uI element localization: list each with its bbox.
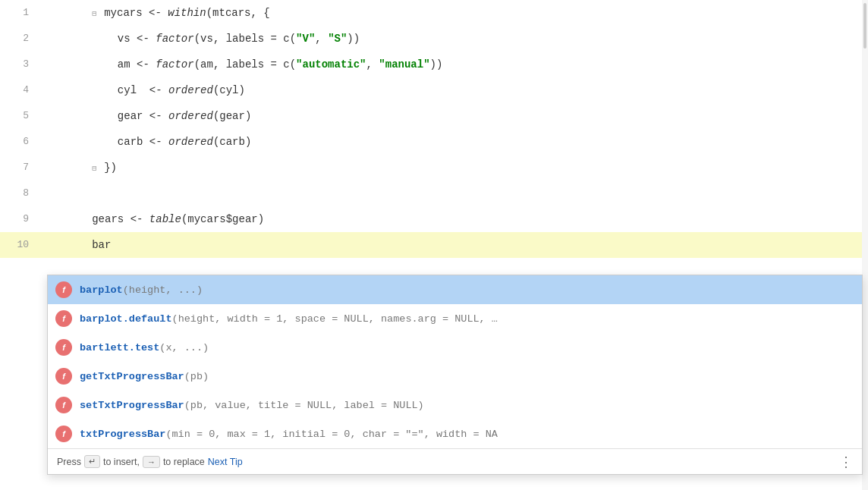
ac-item-text: getTxtProgressBar(pb) bbox=[80, 371, 209, 382]
press-label: Press bbox=[57, 457, 81, 467]
ac-function-name: txtProgressBar bbox=[80, 429, 165, 440]
code-editor[interactable]: 1 ⊟mycars <- within(mtcars, { 2 vs <- fa… bbox=[0, 0, 868, 490]
ac-args: (pb, value, title = NULL, label = NULL) bbox=[184, 400, 424, 411]
ac-function-name: plot.default bbox=[98, 313, 171, 325]
more-options[interactable]: ⋮ bbox=[839, 454, 853, 470]
ac-item-text: barplot(height, ...) bbox=[80, 284, 203, 296]
line-number: 1 bbox=[0, 0, 38, 26]
function-icon: f bbox=[55, 426, 72, 442]
insert-key: ↵ bbox=[84, 455, 100, 468]
next-tip-button[interactable]: Next Tip bbox=[208, 457, 243, 467]
ac-args: (min = 0, max = 1, initial = 0, char = "… bbox=[165, 429, 497, 440]
ac-match: bar bbox=[80, 342, 98, 353]
function-icon: f bbox=[55, 339, 72, 356]
more-icon[interactable]: ⋮ bbox=[839, 454, 853, 470]
line-number: 4 bbox=[0, 77, 38, 103]
line-number: 5 bbox=[0, 103, 38, 129]
ac-item-text: barplot.default(height, width = 1, space… bbox=[80, 313, 498, 325]
autocomplete-item-4[interactable]: f getTxtProgressBar(pb) bbox=[48, 362, 862, 391]
ac-item-text: setTxtProgressBar(pb, value, title = NUL… bbox=[80, 400, 424, 411]
function-icon: f bbox=[55, 397, 72, 413]
scrollbar-thumb[interactable] bbox=[863, 3, 866, 49]
ac-match: bar bbox=[80, 284, 98, 296]
ac-function-name: getTxtProgressBar bbox=[80, 371, 184, 382]
line-number: 10 bbox=[0, 232, 38, 258]
function-icon: f bbox=[55, 310, 72, 327]
ac-args: (height, ...) bbox=[123, 284, 203, 296]
line-number: 9 bbox=[0, 206, 38, 232]
insert-text: to insert, bbox=[103, 457, 140, 467]
ac-args: (height, width = 1, space = NULL, names.… bbox=[172, 313, 498, 325]
fold-icon[interactable]: ⊟ bbox=[92, 156, 102, 167]
code-area: 1 ⊟mycars <- within(mtcars, { 2 vs <- fa… bbox=[0, 0, 868, 258]
autocomplete-item-5[interactable]: f setTxtProgressBar(pb, value, title = N… bbox=[48, 391, 862, 419]
function-icon: f bbox=[55, 281, 72, 298]
ac-function-name: plot bbox=[98, 284, 122, 296]
line-number: 8 bbox=[0, 181, 38, 206]
line-number: 7 bbox=[0, 155, 38, 181]
ac-item-text: bartlett.test(x, ...) bbox=[80, 342, 209, 353]
autocomplete-item-6[interactable]: f txtProgressBar(min = 0, max = 1, initi… bbox=[48, 419, 862, 448]
ac-args: (x, ...) bbox=[159, 342, 209, 353]
autocomplete-dropdown[interactable]: f barplot(height, ...) f barplot.default… bbox=[47, 275, 863, 475]
replace-text: to replace bbox=[163, 457, 205, 467]
ac-match: bar bbox=[80, 313, 98, 325]
scrollbar[interactable] bbox=[862, 0, 868, 490]
ac-item-text: txtProgressBar(min = 0, max = 1, initial… bbox=[80, 429, 498, 440]
replace-key: → bbox=[143, 456, 160, 468]
code-line-7: 7 ⊟}) bbox=[0, 155, 868, 181]
line-content: bar bbox=[38, 206, 868, 284]
autocomplete-item-3[interactable]: f bartlett.test(x, ...) bbox=[48, 333, 862, 362]
line-number: 2 bbox=[0, 26, 38, 52]
autocomplete-item-1[interactable]: f barplot(height, ...) bbox=[48, 275, 862, 304]
ac-function-name: tlett.test bbox=[98, 342, 159, 353]
function-icon: f bbox=[55, 368, 72, 385]
footer-left: Press ↵ to insert, → to replace Next Tip bbox=[57, 455, 243, 468]
line-number: 6 bbox=[0, 129, 38, 155]
line-number: 3 bbox=[0, 52, 38, 77]
autocomplete-item-2[interactable]: f barplot.default(height, width = 1, spa… bbox=[48, 304, 862, 333]
ac-function-name: setTxtProgressBar bbox=[80, 400, 184, 411]
ac-args: (pb) bbox=[184, 371, 209, 382]
code-line-10: 10 bar bbox=[0, 232, 868, 258]
autocomplete-footer: Press ↵ to insert, → to replace Next Tip… bbox=[48, 448, 862, 474]
